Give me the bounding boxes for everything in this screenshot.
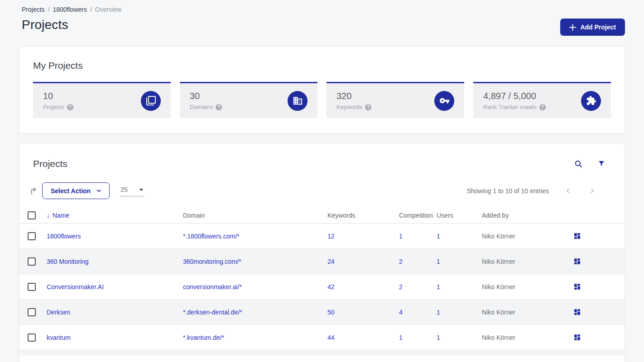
column-header-competition[interactable]: Competition: [399, 212, 433, 219]
project-domain-link[interactable]: conversionmaker.ai/*: [183, 283, 242, 291]
puzzle-icon: [581, 91, 601, 111]
project-name-link[interactable]: kvantum: [47, 334, 71, 341]
stat-tile-rank-tracker: 4,897 / 5,000 Rank Tracker crawls: [473, 82, 611, 118]
project-name-link[interactable]: 1800flowers: [47, 233, 81, 240]
keywords-value-link[interactable]: 24: [327, 258, 335, 265]
column-header-name[interactable]: Name: [47, 212, 69, 219]
showing-entries-text: Showing 1 to 10 of 10 entries: [467, 187, 549, 195]
column-header-users[interactable]: Users: [437, 212, 453, 219]
rank-tracker-count: 4,897 / 5,000: [483, 91, 546, 101]
help-icon[interactable]: [539, 104, 546, 110]
dashboard-icon[interactable]: [573, 283, 581, 291]
dashboard-icon[interactable]: [573, 232, 581, 240]
table-row: 1800flowers *.1800flowers.com/* 12 1 1 N…: [19, 224, 625, 249]
table-row: Derksen *.derksen-dental.de/* 50 4 1 Nik…: [19, 300, 625, 325]
page-header: Projects / 1800flowers / Overview Projec…: [22, 6, 625, 36]
column-header-domain[interactable]: Domain: [183, 212, 205, 219]
breadcrumb-projects[interactable]: Projects: [22, 6, 45, 13]
page-size-value: 25: [120, 186, 128, 193]
table-row: Conversionmaker.AI conversionmaker.ai/* …: [19, 274, 625, 300]
select-caret-icon: [139, 189, 143, 191]
project-name-link[interactable]: Conversionmaker.AI: [47, 283, 104, 291]
keywords-count: 320: [336, 91, 371, 101]
project-name-link[interactable]: 360 Monitoring: [47, 258, 89, 265]
project-domain-link[interactable]: 360monitoring.com/*: [183, 258, 241, 265]
help-icon[interactable]: [67, 104, 73, 110]
users-value-link[interactable]: 1: [437, 334, 440, 341]
table-row: 360 Monitoring 360monitoring.com/* 24 2 …: [19, 249, 625, 274]
add-project-label: Add Project: [580, 24, 616, 31]
select-action-label: Select Action: [51, 187, 91, 195]
dashboard-icon[interactable]: [573, 308, 581, 316]
filter-icon[interactable]: [597, 160, 606, 168]
row-checkbox[interactable]: [28, 232, 36, 240]
column-header-name-label: Name: [53, 212, 69, 219]
added-by-text: Niko Körner: [482, 309, 515, 316]
domains-count: 30: [190, 91, 222, 101]
table-row: kvantum *.kvantum.de/* 44 1 1 Niko Körne…: [19, 325, 625, 350]
select-all-checkbox[interactable]: [28, 211, 36, 219]
users-value-link[interactable]: 1: [437, 258, 440, 265]
project-domain-link[interactable]: *.derksen-dental.de/*: [183, 309, 242, 316]
competition-value-link[interactable]: 1: [399, 233, 403, 240]
projects-table-card: Projects Select Action 25 Showing 1 to 1…: [19, 143, 625, 362]
competition-value-link[interactable]: 2: [399, 258, 403, 265]
dashboard-icon[interactable]: [573, 333, 581, 341]
keywords-value-link[interactable]: 50: [327, 309, 335, 316]
row-checkbox[interactable]: [28, 333, 36, 342]
help-icon[interactable]: [365, 104, 371, 110]
competition-value-link[interactable]: 4: [399, 309, 403, 316]
domains-count-label: Domains: [190, 104, 213, 110]
chevron-right-icon[interactable]: [589, 187, 596, 194]
chevron-down-icon: [96, 188, 102, 194]
key-icon: [434, 91, 454, 111]
row-checkbox[interactable]: [28, 283, 36, 291]
building-icon: [288, 91, 308, 111]
my-projects-card: My Projects 10 Projects 30 Domains: [19, 46, 625, 134]
keywords-value-link[interactable]: 44: [327, 334, 335, 341]
users-value-link[interactable]: 1: [437, 309, 440, 316]
rank-tracker-label: Rank Tracker crawls: [483, 104, 537, 110]
stat-tile-projects: 10 Projects: [33, 82, 171, 118]
my-projects-title: My Projects: [33, 60, 611, 71]
row-checkbox[interactable]: [28, 257, 36, 266]
keywords-value-link[interactable]: 12: [327, 233, 335, 240]
projects-count-label: Projects: [43, 104, 64, 110]
help-icon[interactable]: [216, 104, 222, 110]
column-header-keywords[interactable]: Keywords: [327, 212, 355, 219]
breadcrumb-1800flowers[interactable]: 1800flowers: [53, 6, 87, 13]
table-header-row: Name Domain Keywords Competition Users A…: [19, 208, 625, 224]
export-arrow-icon[interactable]: [29, 186, 38, 195]
chevron-left-icon[interactable]: [565, 187, 572, 194]
keywords-count-label: Keywords: [336, 104, 362, 110]
breadcrumb: Projects / 1800flowers / Overview: [22, 6, 625, 13]
table-row-partial: [19, 350, 625, 355]
breadcrumb-overview: Overview: [95, 6, 121, 13]
plus-icon: [569, 24, 576, 31]
keywords-value-link[interactable]: 42: [327, 283, 335, 291]
stat-tile-keywords: 320 Keywords: [327, 82, 464, 118]
competition-value-link[interactable]: 2: [399, 283, 403, 291]
added-by-text: Niko Körner: [482, 258, 515, 265]
project-domain-link[interactable]: *.1800flowers.com/*: [183, 233, 240, 240]
projects-table-title: Projects: [33, 158, 67, 169]
users-value-link[interactable]: 1: [437, 233, 440, 240]
breadcrumb-separator: /: [48, 6, 50, 13]
sort-desc-icon: [47, 212, 50, 219]
added-by-text: Niko Körner: [482, 283, 515, 291]
search-icon[interactable]: [574, 160, 583, 168]
row-checkbox[interactable]: [28, 308, 36, 316]
stat-tile-domains: 30 Domains: [180, 82, 317, 118]
competition-value-link[interactable]: 1: [399, 334, 403, 341]
project-domain-link[interactable]: *.kvantum.de/*: [183, 334, 224, 341]
projects-table: Name Domain Keywords Competition Users A…: [19, 208, 625, 355]
added-by-text: Niko Körner: [482, 233, 515, 240]
users-value-link[interactable]: 1: [437, 283, 440, 291]
page-title: Projects: [22, 18, 68, 32]
page-size-select[interactable]: 25: [120, 185, 144, 196]
project-name-link[interactable]: Derksen: [47, 309, 70, 316]
add-project-button[interactable]: Add Project: [560, 19, 625, 36]
column-header-added-by[interactable]: Added by: [482, 212, 509, 219]
dashboard-icon[interactable]: [573, 257, 581, 265]
select-action-dropdown[interactable]: Select Action: [42, 182, 110, 199]
